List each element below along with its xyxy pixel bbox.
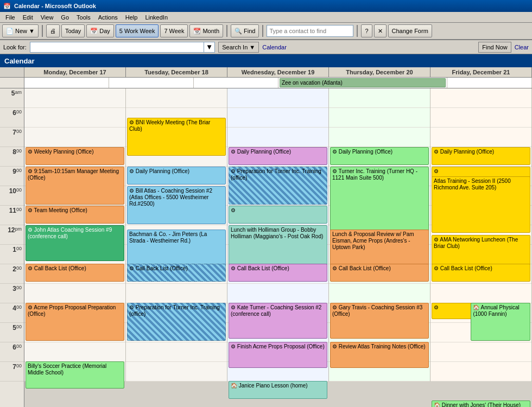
time-7am: 700: [0, 128, 24, 147]
event-wed-preparation[interactable]: ⚙ Preparation for Turner Inc. Training (…: [229, 167, 327, 205]
day-button[interactable]: 📅 Day: [86, 24, 114, 37]
event-mon-coaching-session[interactable]: ⚙ John Atlas Coaching Session #9 (confer…: [26, 225, 124, 261]
event-tue-daily-planning[interactable]: ⚙ Daily Planning (Office): [127, 167, 226, 185]
column-tuesday: ⚙ BNI Weekly Meeting (The Briar Club) ⚙ …: [126, 88, 227, 381]
event-fri-atlas-training[interactable]: Atlas Training - Session II (2500 Richmo…: [432, 176, 530, 233]
event-tue-bni[interactable]: ⚙ BNI Weekly Meeting (The Briar Club): [127, 118, 226, 156]
clear-link[interactable]: Clear: [515, 44, 529, 50]
column-monday: ⚙ Weekly Planning (Office) ⚙ 9:15am-10:1…: [24, 88, 126, 381]
workweek-icon: 5: [119, 28, 123, 34]
menu-bar: File Edit View Go Tools Actions Help Lin…: [0, 12, 532, 23]
workweek-button[interactable]: 5 Work Week: [116, 24, 159, 37]
event-mon-acme-props[interactable]: ⚙ Acme Props Proposal Preparation (Offic…: [26, 303, 124, 341]
time-col-header: [0, 67, 24, 77]
event-mon-call-back[interactable]: ⚙ Call Back List (Office): [26, 264, 124, 282]
find-now-button[interactable]: Find Now: [478, 42, 511, 53]
week-icon: 7: [164, 28, 167, 34]
event-wed-call-back[interactable]: ⚙ Call Back List (Office): [229, 264, 327, 282]
event-tue-call-back[interactable]: ⚙ Call Back List (Office): [127, 264, 226, 282]
contact-search-input[interactable]: [267, 25, 353, 37]
time-9am: 900: [0, 167, 24, 186]
search-location-text: Calendar: [262, 44, 287, 50]
event-tue-bill-atlas[interactable]: ⚙ Bill Atlas - Coaching Session #2 (Atla…: [127, 186, 226, 224]
event-thu-call-back[interactable]: ⚙ Call Back List (Office): [330, 264, 429, 282]
find-dropdown-btn[interactable]: ▼: [204, 42, 215, 53]
time-6am: 600: [0, 108, 24, 128]
month-button[interactable]: 📆 Month: [189, 24, 223, 37]
day-header-fri: Friday, December 21: [430, 67, 532, 77]
event-tue-bachman[interactable]: Bachman & Co. - Jim Peters (La Strada - …: [127, 230, 226, 265]
print-button[interactable]: 🖨: [46, 24, 60, 37]
time-11am: 1100: [0, 206, 24, 225]
menu-file[interactable]: File: [2, 14, 18, 21]
event-wed-finish-acme[interactable]: ⚙ Finish Acme Props Proposal (Office): [229, 342, 327, 368]
separator4: [357, 25, 358, 37]
event-fri-annual-physical[interactable]: 🏠 Annual Physical (1000 Fannin): [471, 303, 530, 341]
time-10am: 1000: [0, 186, 24, 206]
search-in-button[interactable]: Search In ▼: [218, 42, 259, 53]
event-thu-gary-travis[interactable]: ⚙ Gary Travis - Coaching Session #3 (Off…: [330, 303, 429, 339]
x-button[interactable]: ✕: [374, 24, 387, 37]
new-icon: 📄: [6, 28, 14, 35]
app-icon: 📅: [3, 3, 11, 10]
find-button[interactable]: 🔍 Find: [231, 24, 259, 37]
event-fri-dinner-jones[interactable]: 🏠 Dinner with Jones' (Their House): [432, 400, 530, 407]
separator3: [262, 25, 263, 37]
menu-view[interactable]: View: [37, 14, 57, 21]
look-for-label: Look for:: [3, 44, 27, 50]
time-4pm: 400: [0, 303, 24, 323]
allday-wed: [194, 78, 278, 88]
event-fri-call-back[interactable]: ⚙ Call Back List (Office): [432, 264, 530, 282]
separator1: [42, 25, 43, 37]
event-fri-daily-planning[interactable]: ⚙ Daily Planning (Office): [432, 147, 530, 165]
find-input-container: ▼: [30, 42, 215, 53]
event-wed-janice-piano[interactable]: 🏠 Janice Piano Lesson (home): [229, 381, 327, 399]
day-icon: 📅: [90, 28, 98, 35]
find-input[interactable]: [30, 42, 204, 53]
event-wed-kate-turner[interactable]: ⚙ Kate Turner - Coaching Session #2 (con…: [229, 303, 327, 339]
event-mon-manager-meeting[interactable]: ⚙ 9:15am-10:15am Manager Meeting (Office…: [26, 167, 124, 205]
day-header-wed: Wednesday, December 19: [227, 67, 329, 77]
event-mon-weekly-planning[interactable]: ⚙ Weekly Planning (Office): [26, 147, 124, 165]
time-5am: 5am: [0, 88, 24, 108]
menu-go[interactable]: Go: [58, 14, 72, 21]
event-mon-soccer[interactable]: Billy's Soccer Practice (Memorial Middle…: [26, 361, 124, 389]
calendar-container: Monday, December 17 Tuesday, December 18…: [0, 67, 532, 407]
event-tue-preparation[interactable]: ⚙ Preparation for Turner Inc. Training (…: [127, 303, 226, 341]
month-icon: 📆: [193, 28, 201, 35]
today-button[interactable]: Today: [61, 24, 85, 37]
column-friday: ⚙ Daily Planning (Office) ⚙ Atlas Traini…: [430, 88, 532, 381]
allday-vacation-event[interactable]: Zee on vacation (Atlanta): [280, 78, 446, 87]
allday-row: Zee on vacation (Atlanta): [0, 78, 532, 88]
separator2: [226, 25, 227, 37]
allday-mon: [24, 78, 109, 88]
event-thu-daily-planning[interactable]: ⚙ Daily Planning (Office): [330, 147, 429, 165]
menu-help[interactable]: Help: [122, 14, 141, 21]
time-1pm: 100: [0, 245, 24, 264]
menu-edit[interactable]: Edit: [20, 14, 36, 21]
allday-label: [0, 78, 24, 88]
day-header-tue: Tuesday, December 18: [126, 67, 227, 77]
event-thu-review-atlas[interactable]: ⚙ Review Atlas Training Notes (Office): [330, 342, 429, 368]
help-button[interactable]: ?: [361, 24, 372, 37]
new-button[interactable]: 📄 New ▼: [2, 24, 39, 37]
find-icon: 🔍: [235, 28, 242, 35]
time-3pm: 300: [0, 284, 24, 303]
time-2pm: 200: [0, 264, 24, 284]
scrollable-grid[interactable]: 5am 600 700 800 900 1000 1100 12pm 100 2…: [0, 88, 532, 407]
new-dropdown-icon: ▼: [29, 28, 35, 34]
week-button[interactable]: 7 Week: [160, 24, 188, 37]
event-mon-team-meeting[interactable]: ⚙ Team Meeting (Office): [26, 206, 124, 224]
change-form-button[interactable]: Change Form: [388, 24, 432, 37]
time-12pm: 12pm: [0, 225, 24, 245]
menu-tools[interactable]: Tools: [73, 14, 94, 21]
event-wed-daily-planning[interactable]: ⚙ Daily Planning (Office): [229, 147, 327, 165]
menu-linkedin[interactable]: LinkedIn: [142, 14, 171, 21]
allday-wed-thu: Zee on vacation (Atlanta): [278, 78, 447, 88]
time-8am: 800: [0, 147, 24, 167]
find-bar: Look for: ▼ Search In ▼ Calendar Find No…: [0, 40, 532, 54]
menu-actions[interactable]: Actions: [95, 14, 121, 21]
event-wed-icon[interactable]: ⚙: [229, 206, 327, 224]
time-labels: 5am 600 700 800 900 1000 1100 12pm 100 2…: [0, 88, 24, 407]
column-wednesday: ⚙ Daily Planning (Office) ⚙ Preparation …: [227, 88, 329, 381]
